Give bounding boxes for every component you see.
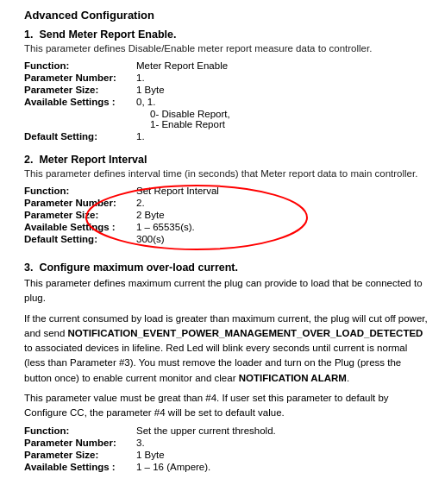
- section-1-params: Function: Meter Report Enable Parameter …: [24, 60, 428, 142]
- param-label: Function:: [24, 60, 136, 71]
- section-3: 3. Configure maximum over-load current. …: [24, 261, 428, 472]
- param-label: Parameter Size:: [24, 450, 136, 460]
- param-row: Parameter Number: 2.: [24, 198, 428, 208]
- param-row: Default Setting: 300(s): [24, 234, 428, 244]
- param-label: Available Settings :: [24, 97, 136, 107]
- param-value: 1 Byte: [136, 450, 428, 460]
- param-row: Parameter Number: 3.: [24, 438, 428, 448]
- param-value: 1.: [136, 131, 428, 142]
- param-label: [24, 109, 136, 129]
- param-value: 1 – 16 (Ampere).: [136, 462, 428, 472]
- param-label: Default Setting:: [24, 234, 136, 244]
- param-label: Parameter Number:: [24, 438, 136, 448]
- bold2-text: NOTIFICATION ALARM: [239, 373, 347, 383]
- section-3-number: 3.: [24, 261, 33, 274]
- param-row-default: Default Setting: 1.: [24, 131, 428, 142]
- param-label: Parameter Size:: [24, 85, 136, 95]
- param-row: Available Settings : 1 – 65535(s).: [24, 222, 428, 232]
- param-value: 1 Byte: [136, 85, 428, 95]
- sub-item: 1- Enable Report: [150, 119, 428, 129]
- section-3-desc2: If the current consumed by load is great…: [24, 312, 428, 386]
- param-row: Function: Set the upper current threshol…: [24, 425, 428, 436]
- section-1-heading: 1. Send Meter Report Enable.: [24, 28, 428, 41]
- section-2-params-wrapper: Function: Set Report Interval Parameter …: [24, 186, 428, 249]
- param-label: Parameter Number:: [24, 198, 136, 208]
- section-2-title: Meter Report Interval: [39, 154, 147, 166]
- param-row: Parameter Number: 1.: [24, 72, 428, 83]
- param-row: Function: Set Report Interval: [24, 186, 428, 196]
- param-row: Available Settings : 1 – 16 (Ampere).: [24, 462, 428, 472]
- section-1-title: Send Meter Report Enable.: [39, 28, 176, 41]
- param-value: Set Report Interval: [136, 186, 428, 196]
- param-value: 0, 1.: [136, 97, 428, 107]
- param-label: Function:: [24, 425, 136, 436]
- section-3-heading: 3. Configure maximum over-load current.: [24, 261, 428, 274]
- section-2-params: Function: Set Report Interval Parameter …: [24, 186, 428, 244]
- param-row: Function: Meter Report Enable: [24, 60, 428, 71]
- param-value: 3.: [136, 438, 428, 448]
- section-3-params: Function: Set the upper current threshol…: [24, 425, 428, 472]
- page-title: Advanced Configuration: [24, 9, 428, 22]
- param-value: 1.: [136, 72, 428, 83]
- param-value: 0- Disable Report, 1- Enable Report: [136, 109, 428, 129]
- section-2-heading: 2. Meter Report Interval: [24, 154, 428, 166]
- param-label: Available Settings :: [24, 222, 136, 232]
- section-3-desc5: This parameter value must be great than …: [24, 391, 428, 421]
- param-value: Set the upper current threshold.: [136, 425, 428, 436]
- desc3-text: to associated devices in lifeline. Red L…: [24, 343, 407, 383]
- section-1: 1. Send Meter Report Enable. This parame…: [24, 28, 428, 142]
- section-3-desc1: This parameter defines maximum current t…: [24, 276, 428, 306]
- section-2-number: 2.: [24, 154, 33, 166]
- param-row: 0- Disable Report, 1- Enable Report: [24, 109, 428, 129]
- param-value: 2 Byte: [136, 210, 428, 220]
- param-label: Default Setting:: [24, 131, 136, 142]
- param-row: Available Settings : 0, 1.: [24, 97, 428, 107]
- param-value: 2.: [136, 198, 428, 208]
- param-value: 1 – 65535(s).: [136, 222, 428, 232]
- section-2-desc: This parameter defines interval time (in…: [24, 168, 428, 179]
- param-label: Function:: [24, 186, 136, 196]
- desc4-text: .: [347, 373, 349, 383]
- param-row: Parameter Size: 1 Byte: [24, 450, 428, 460]
- param-row: Parameter Size: 2 Byte: [24, 210, 428, 220]
- param-label: Parameter Size:: [24, 210, 136, 220]
- param-row: Parameter Size: 1 Byte: [24, 85, 428, 95]
- section-1-desc: This parameter defines Disable/Enable me…: [24, 43, 428, 54]
- param-value: Meter Report Enable: [136, 60, 428, 71]
- section-3-title: Configure maximum over-load current.: [39, 261, 238, 274]
- param-value: 300(s): [136, 234, 428, 244]
- param-label: Available Settings :: [24, 462, 136, 472]
- sub-item: 0- Disable Report,: [150, 109, 428, 119]
- bold1-text: NOTIFICATION_EVENT_POWER_MANAGEMENT_OVER…: [68, 328, 423, 338]
- param-label: Parameter Number:: [24, 72, 136, 83]
- section-1-number: 1.: [24, 28, 33, 41]
- section-2: 2. Meter Report Interval This parameter …: [24, 154, 428, 249]
